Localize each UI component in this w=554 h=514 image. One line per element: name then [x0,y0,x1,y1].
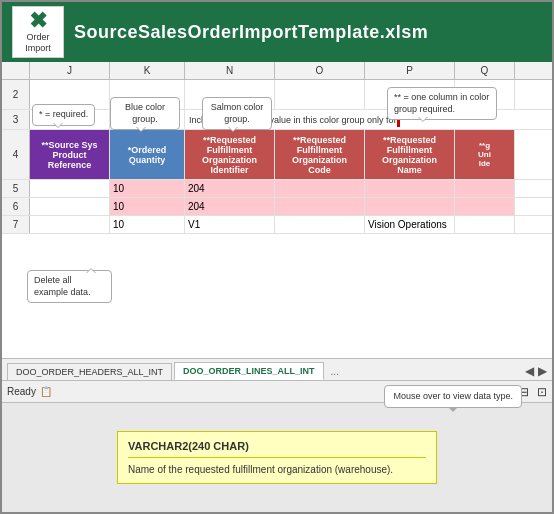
row-7: 7 10 V1 Vision Operations [2,216,552,234]
col-header-k: K [110,62,185,79]
row-num-header [2,62,30,79]
data-type-description: Name of the requested fulfillment organi… [128,462,426,477]
col-header-p: P [365,62,455,79]
app-icon: ✖ OrderImport [12,6,64,58]
col-header-q: Q [455,62,515,79]
data-type-box: VARCHAR2(240 CHAR) Name of the requested… [117,431,437,484]
cell-7o [275,216,365,233]
cell-7n: V1 [185,216,275,233]
callout-one-column: ** = one column in color group required. [387,87,497,120]
cell-5o [275,180,365,197]
cell-5n: 204 [185,180,275,197]
cell-5k: 10 [110,180,185,197]
file-title: SourceSalesOrderImportTemplate.xlsm [74,22,428,43]
cell-5j [30,180,110,197]
mouse-over-callout: Mouse over to view data type. [384,385,522,408]
status-ready-label: Ready [7,386,36,397]
cell-7q [455,216,515,233]
row-num-4: 4 [2,130,30,179]
data-type-title: VARCHAR2(240 CHAR) [128,438,426,458]
row-4-headers: 4 **Source SysProductReference *OrderedQ… [2,130,552,180]
callout-required: * = required. [32,104,95,126]
main-window: ✖ OrderImport SourceSalesOrderImportTemp… [0,0,554,514]
cell-7j [30,216,110,233]
cell-7p: Vision Operations [365,216,455,233]
row-num-3: 3 [2,110,30,129]
cell-6j [30,198,110,215]
cell-6k: 10 [110,198,185,215]
header-req-fulfill-code: **RequestedFulfillmentOrganizationCode [275,130,365,179]
row-num-2: 2 [2,80,30,109]
nav-right-icon[interactable]: ▶ [538,364,547,378]
cell-2o [275,80,365,109]
callout-salmon-group: Salmon color group. [202,97,272,130]
row-num-5: 5 [2,180,30,197]
cell-6q [455,198,515,215]
header-req-fulfill-name: **RequestedFulfillmentOrganizationName [365,130,455,179]
sheet-tabs: DOO_ORDER_HEADERS_ALL_INT DOO_ORDER_LINE… [2,358,552,380]
title-bar: ✖ OrderImport SourceSalesOrderImportTemp… [2,2,552,62]
tab-headers[interactable]: DOO_ORDER_HEADERS_ALL_INT [7,363,172,380]
bottom-tooltip-area: Mouse over to view data type. VARCHAR2(2… [2,402,552,512]
cell-6p [365,198,455,215]
row-6: 6 10 204 [2,198,552,216]
row-num-7: 7 [2,216,30,233]
view-page-icon[interactable]: ⊡ [537,385,547,399]
header-req-fulfill-extra: **gUniIde [455,130,515,179]
callout-blue-group: Blue color group. [110,97,180,130]
callout-delete-data: Delete all example data. [27,270,112,303]
tab-lines[interactable]: DOO_ORDER_LINES_ALL_INT [174,362,324,380]
row-5: 5 10 204 [2,180,552,198]
cell-5p [365,180,455,197]
cell-6o [275,198,365,215]
cell-6n: 204 [185,198,275,215]
row-num-6: 6 [2,198,30,215]
status-icon: 📋 [40,386,52,397]
column-headers: J K N O P Q [2,62,552,80]
excel-logo: ✖ [29,10,47,32]
header-source-sys: **Source SysProductReference [30,130,110,179]
cell-5q [455,180,515,197]
header-ordered-qty: *OrderedQuantity [110,130,185,179]
app-icon-label: OrderImport [25,32,51,54]
tab-more[interactable]: ... [326,363,344,380]
col-header-o: O [275,62,365,79]
col-header-j: J [30,62,110,79]
cell-7k: 10 [110,216,185,233]
col-header-n: N [185,62,275,79]
nav-left-icon[interactable]: ◀ [525,364,534,378]
